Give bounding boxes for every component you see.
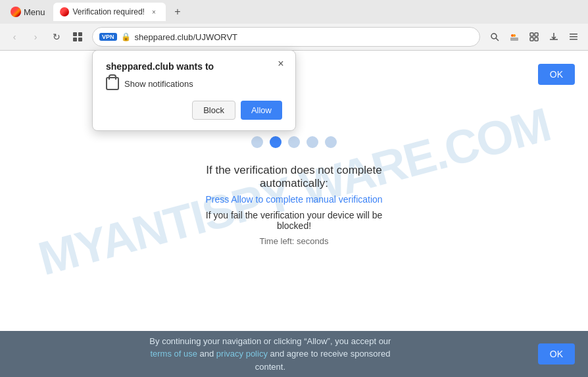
dot-2 bbox=[270, 136, 282, 148]
svg-rect-11 bbox=[530, 38, 533, 41]
svg-rect-8 bbox=[510, 38, 518, 41]
svg-rect-12 bbox=[535, 38, 538, 41]
page-main-text: If the verification does not complete au… bbox=[205, 164, 382, 190]
tab-bar: Menu Verification required! × + bbox=[0, 0, 588, 24]
svg-rect-15 bbox=[570, 39, 577, 40]
svg-rect-0 bbox=[73, 32, 77, 36]
allow-button[interactable]: Allow bbox=[241, 101, 282, 120]
page-timer: Time left: seconds bbox=[205, 236, 382, 246]
back-button[interactable]: ‹ bbox=[5, 28, 24, 46]
grid-button[interactable] bbox=[68, 28, 87, 46]
tab-close-button[interactable]: × bbox=[149, 7, 159, 17]
new-tab-button[interactable]: + bbox=[168, 3, 187, 21]
address-bar[interactable]: VPN 🔒 sheppared.club/UJWORVT bbox=[92, 27, 480, 47]
lock-icon: 🔒 bbox=[121, 32, 131, 41]
notification-popup: × sheppared.club wants to Show notificat… bbox=[92, 50, 296, 131]
toolbar-icons bbox=[485, 28, 583, 46]
popup-notification-label: Show notifications bbox=[124, 79, 193, 89]
svg-point-4 bbox=[491, 34, 497, 39]
svg-rect-13 bbox=[570, 34, 577, 35]
notification-icon bbox=[106, 77, 119, 90]
block-button[interactable]: Block bbox=[192, 101, 235, 120]
svg-rect-3 bbox=[78, 38, 82, 41]
wallet-icon-btn[interactable] bbox=[505, 28, 524, 46]
dot-4 bbox=[306, 136, 318, 148]
terms-link[interactable]: terms of use bbox=[150, 349, 197, 359]
browser-chrome: Menu Verification required! × + ‹ › ↻ VP… bbox=[0, 0, 588, 51]
vpn-badge: VPN bbox=[99, 33, 117, 41]
svg-rect-10 bbox=[535, 33, 538, 36]
popup-actions: Block Allow bbox=[106, 101, 282, 120]
dot-5 bbox=[325, 136, 337, 148]
svg-rect-9 bbox=[530, 33, 533, 36]
forward-button[interactable]: › bbox=[26, 28, 45, 46]
footer-text: By continuing your navigation or clickin… bbox=[13, 335, 527, 374]
footer-bar: By continuing your navigation or clickin… bbox=[0, 331, 588, 377]
page-inner: If the verification does not complete au… bbox=[192, 123, 395, 259]
svg-rect-14 bbox=[570, 36, 577, 38]
dot-3 bbox=[288, 136, 300, 148]
page-instruction: Press Allow to complete manual verificat… bbox=[205, 194, 382, 205]
svg-point-7 bbox=[513, 34, 516, 37]
page-warning: If you fail the verification your device… bbox=[205, 210, 382, 231]
tab-favicon bbox=[60, 7, 69, 16]
browser-menu[interactable]: Menu bbox=[5, 4, 51, 20]
progress-dots bbox=[205, 136, 382, 148]
svg-rect-2 bbox=[73, 38, 77, 41]
menu-label: Menu bbox=[24, 7, 45, 17]
footer-ok-button[interactable]: OK bbox=[538, 343, 575, 364]
opera-icon bbox=[11, 7, 21, 17]
tab-active[interactable]: Verification required! × bbox=[53, 3, 166, 21]
dot-1 bbox=[251, 136, 263, 148]
page-ok-button[interactable]: OK bbox=[538, 64, 575, 85]
toolbar: ‹ › ↻ VPN 🔒 sheppared.club/UJWORVT bbox=[0, 24, 588, 50]
privacy-link[interactable]: privacy policy bbox=[216, 349, 268, 359]
extension-icon-btn[interactable] bbox=[525, 28, 543, 46]
download-icon-btn[interactable] bbox=[545, 28, 563, 46]
address-text[interactable]: sheppared.club/UJWORVT bbox=[135, 32, 473, 42]
tab-active-label: Verification required! bbox=[73, 7, 145, 16]
popup-title: sheppared.club wants to bbox=[106, 61, 282, 72]
reload-button[interactable]: ↻ bbox=[47, 28, 66, 46]
browser-menu-icon-btn[interactable] bbox=[564, 28, 583, 46]
svg-line-5 bbox=[496, 38, 499, 41]
popup-close-button[interactable]: × bbox=[274, 57, 287, 70]
search-icon-btn[interactable] bbox=[485, 28, 504, 46]
popup-notification-row: Show notifications bbox=[106, 77, 282, 90]
svg-rect-1 bbox=[78, 32, 82, 36]
